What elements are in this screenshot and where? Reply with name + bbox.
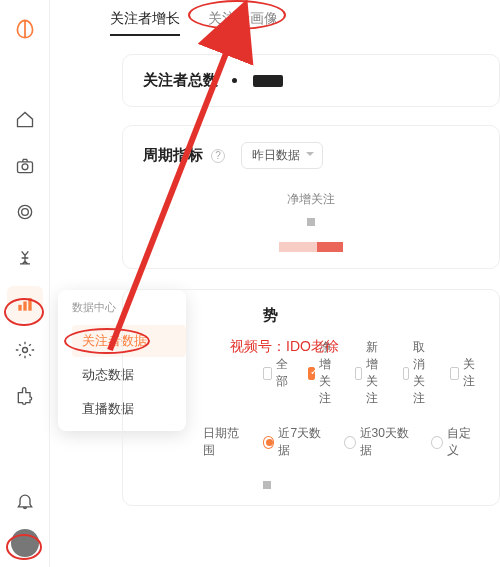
svg-point-2 xyxy=(18,205,31,218)
tab-follower-growth[interactable]: 关注者增长 xyxy=(110,10,180,36)
total-followers-label: 关注者总数 xyxy=(143,71,479,90)
svg-point-3 xyxy=(21,209,28,216)
svg-rect-5 xyxy=(23,302,26,311)
nav-camera[interactable] xyxy=(7,148,43,184)
opt-follow[interactable]: 关注 xyxy=(450,356,479,390)
svg-rect-4 xyxy=(18,305,21,311)
legend-dot xyxy=(263,481,271,489)
period-label: 周期指标 xyxy=(143,146,203,165)
period-select[interactable]: 昨日数据 xyxy=(241,142,323,169)
nav-home[interactable] xyxy=(7,102,43,138)
nav-income[interactable] xyxy=(7,240,43,276)
dot-icon xyxy=(232,78,237,83)
svg-point-1 xyxy=(22,164,28,170)
opt-cancel[interactable]: 取消关注 xyxy=(403,339,434,407)
metric-dot xyxy=(307,218,315,226)
date-range-row: 日期范围 近7天数据 近30天数据 自定义 xyxy=(143,425,479,459)
opt-all[interactable]: 全部 xyxy=(263,356,292,390)
opt-new[interactable]: 新增关注 xyxy=(355,339,386,407)
nav-circle[interactable] xyxy=(7,194,43,230)
tabs: 关注者增长 关注者画像 xyxy=(50,10,500,36)
tab-follower-portrait[interactable]: 关注者画像 xyxy=(208,10,278,36)
period-metrics-card: 周期指标 ? 昨日数据 净增关注 xyxy=(122,125,500,269)
range-label: 日期范围 xyxy=(203,425,247,459)
avatar[interactable] xyxy=(11,529,39,557)
total-followers-card: 关注者总数 xyxy=(122,54,500,107)
range-custom[interactable]: 自定义 xyxy=(431,425,479,459)
metric-net-increase: 净增关注 xyxy=(143,191,479,208)
range-30d[interactable]: 近30天数据 xyxy=(344,425,415,459)
metric-bar xyxy=(279,242,343,252)
trend-card: 势 全部 净增关注 新增关注 取消关注 关注 日期范围 近7天数据 近30天数据… xyxy=(122,289,500,506)
svg-rect-6 xyxy=(28,298,31,311)
redacted-value xyxy=(253,75,283,87)
main: 关注者增长 关注者画像 关注者总数 周期指标 ? 昨日数据 净增关注 势 全部 … xyxy=(50,0,500,567)
sidebar xyxy=(0,0,50,567)
watermark-text: 视频号：IDO老徐 xyxy=(230,338,339,356)
trend-title: 势 xyxy=(143,306,479,325)
nav-plugin[interactable] xyxy=(7,378,43,414)
svg-point-7 xyxy=(22,348,27,353)
nav-notifications[interactable] xyxy=(7,483,43,519)
nav-settings[interactable] xyxy=(7,332,43,368)
help-icon[interactable]: ? xyxy=(211,149,225,163)
range-7d[interactable]: 近7天数据 xyxy=(263,425,328,459)
nav-analytics[interactable] xyxy=(7,286,43,322)
logo-icon xyxy=(12,16,38,42)
